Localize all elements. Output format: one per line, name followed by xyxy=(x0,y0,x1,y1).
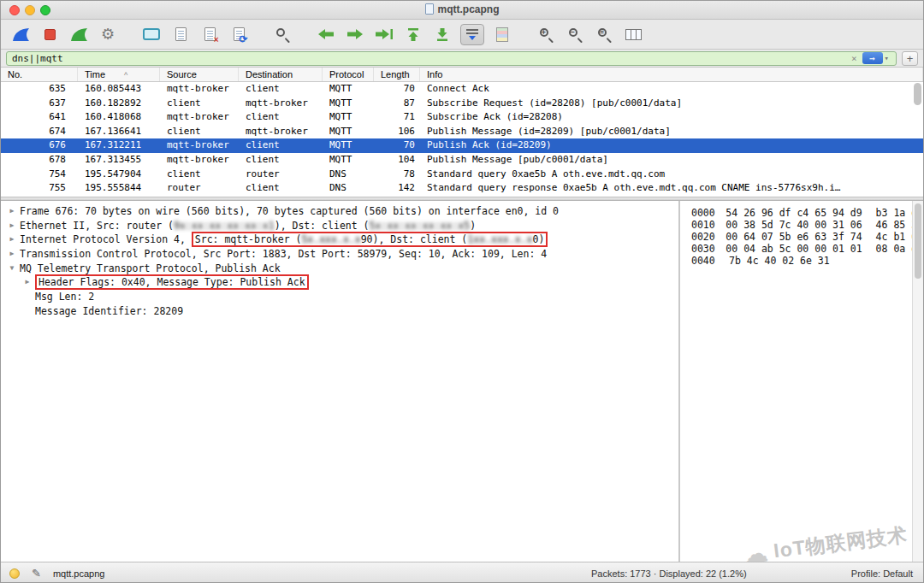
status-packet-counts: Packets: 1773 · Displayed: 22 (1.2%) xyxy=(591,568,747,579)
annotation-box: Header Flags: 0x40, Message Type: Publis… xyxy=(35,274,309,290)
start-capture-button[interactable] xyxy=(9,23,32,45)
hex-row[interactable]: 001000 38 5d 7c 40 00 31 0646 85 3e xyxy=(691,219,923,231)
zoom-in-icon: + xyxy=(539,27,554,42)
reload-file-button[interactable]: ⟳ xyxy=(228,23,250,45)
redacted-ip: 5x.xxx.x.x xyxy=(301,233,360,245)
go-forward-button[interactable] xyxy=(344,23,366,45)
packet-bytes-pane: 000054 26 96 df c4 65 94 d9b3 1a de 0010… xyxy=(680,201,923,562)
save-file-button[interactable] xyxy=(169,23,192,45)
open-file-icon xyxy=(143,28,160,40)
expand-icon[interactable]: ▶ xyxy=(7,247,17,262)
detail-mqtt-header-flags[interactable]: ▶Header Flags: 0x40, Message Type: Publi… xyxy=(1,275,678,290)
go-to-last-button[interactable] xyxy=(431,23,453,45)
column-header-info[interactable]: Info xyxy=(420,68,923,81)
hex-pane-scrollbar[interactable] xyxy=(912,201,923,562)
stop-capture-button[interactable] xyxy=(38,23,61,45)
packet-list-scrollbar[interactable] xyxy=(914,83,921,105)
packet-list: No. Time^ Source Destination Protocol Le… xyxy=(1,68,923,197)
go-to-first-button[interactable] xyxy=(402,23,424,45)
annotation-box: Src: mqtt-broker (5x.xxx.x.x90), Dst: cl… xyxy=(192,232,548,247)
collapse-icon[interactable]: ▼ xyxy=(7,262,17,276)
status-filename: mqtt.pcapng xyxy=(53,568,105,579)
top-arrow-icon xyxy=(407,27,419,42)
filter-dropdown-button[interactable]: ▾ xyxy=(885,54,891,62)
status-bar: ✎ mqtt.pcapng Packets: 1773 · Displayed:… xyxy=(1,562,923,583)
auto-scroll-icon xyxy=(466,29,478,40)
colorize-list-toggle[interactable] xyxy=(491,23,513,45)
hex-row[interactable]: 002000 64 07 5b e6 63 3f 744c b1 66 xyxy=(691,231,923,243)
goto-arrow-icon xyxy=(375,28,394,40)
packet-row[interactable]: 674167.136641clientmqtt-brokerMQTT106Pub… xyxy=(1,125,923,139)
packet-row-selected[interactable]: 676167.312211mqtt-brokerclientMQTT70Publ… xyxy=(1,138,923,153)
column-header-time[interactable]: Time^ xyxy=(78,68,160,81)
redacted-ip: 1xx.xxx.x.x xyxy=(467,233,532,245)
sort-indicator-icon: ^ xyxy=(124,71,127,80)
packet-row[interactable]: 754195.547904clientrouterDNS78Standard q… xyxy=(1,168,923,182)
filter-clear-button[interactable]: × xyxy=(848,53,861,64)
close-file-button[interactable]: × xyxy=(198,23,221,45)
filter-apply-button[interactable]: → xyxy=(862,52,883,64)
column-header-length[interactable]: Length xyxy=(374,68,420,81)
detail-ethernet[interactable]: ▶Ethernet II, Src: router (9x:xx:xx:xx:x… xyxy=(1,219,678,233)
back-arrow-icon xyxy=(317,28,335,40)
resize-columns-icon xyxy=(625,29,642,40)
packet-list-header: No. Time^ Source Destination Protocol Le… xyxy=(1,68,923,82)
search-icon xyxy=(275,27,290,42)
expert-info-icon[interactable] xyxy=(9,568,20,579)
packet-row[interactable]: 678167.313455mqtt-brokerclientMQTT104Pub… xyxy=(1,153,923,168)
restart-capture-button[interactable] xyxy=(68,23,90,45)
column-header-destination[interactable]: Destination xyxy=(239,68,323,81)
go-to-packet-button[interactable] xyxy=(373,23,395,45)
expand-icon[interactable]: ▶ xyxy=(22,275,33,290)
redacted-mac: 5x:xx:xx:xx:xx:x5 xyxy=(370,220,471,232)
open-file-button[interactable] xyxy=(140,23,163,45)
hex-row[interactable]: 000054 26 96 df c4 65 94 d9b3 1a de xyxy=(691,207,923,219)
column-header-no[interactable]: No. xyxy=(1,68,78,81)
detail-mqtt[interactable]: ▼MQ Telemetry Transport Protocol, Publis… xyxy=(1,262,678,276)
redacted-mac: 9x:xx:xx:xx:xx:x1 xyxy=(174,220,275,232)
capture-comment-icon[interactable]: ✎ xyxy=(32,568,41,579)
packet-row[interactable]: 635160.085443mqtt-brokerclientMQTT70Conn… xyxy=(1,82,923,97)
detail-frame[interactable]: ▶Frame 676: 70 bytes on wire (560 bits),… xyxy=(1,204,678,219)
packet-row[interactable]: 637160.182892clientmqtt-brokerMQTT87Subs… xyxy=(1,97,923,111)
zoom-out-button[interactable]: − xyxy=(564,23,586,45)
zoom-reset-button[interactable]: = xyxy=(593,23,615,45)
gear-icon: ⚙ xyxy=(101,26,115,42)
display-filter-input[interactable]: dns||mqtt × → ▾ xyxy=(6,51,897,66)
capture-options-button[interactable]: ⚙ xyxy=(97,23,119,45)
column-header-protocol[interactable]: Protocol xyxy=(323,68,374,81)
forward-arrow-icon xyxy=(346,28,364,40)
expand-icon[interactable]: ▶ xyxy=(7,219,17,233)
status-profile[interactable]: Profile: Default xyxy=(851,568,913,579)
window-title: mqtt.pcapng xyxy=(1,3,923,15)
packet-row[interactable]: 755195.555844routerclientDNS142Standard … xyxy=(1,181,923,196)
hex-row[interactable]: 00407b 4c 40 02 6e 31 xyxy=(691,255,923,267)
display-filter-value: dns||mqtt xyxy=(12,53,848,64)
restart-fin-icon xyxy=(69,26,89,43)
bottom-arrow-icon xyxy=(436,27,448,42)
scrollbar-thumb[interactable] xyxy=(915,203,921,279)
title-bar: mqtt.pcapng xyxy=(1,1,923,20)
go-back-button[interactable] xyxy=(315,23,337,45)
zoom-out-icon: − xyxy=(568,27,583,42)
filter-bar: dns||mqtt × → ▾ + xyxy=(1,50,923,68)
detail-mqtt-msg-id[interactable]: Message Identifier: 28209 xyxy=(1,304,678,319)
find-packet-button[interactable] xyxy=(271,23,293,45)
expand-icon[interactable]: ▶ xyxy=(7,233,17,247)
packet-row[interactable]: 641160.418068mqtt-brokerclientMQTT71Subs… xyxy=(1,110,923,125)
detail-ipv4[interactable]: ▶Internet Protocol Version 4, Src: mqtt-… xyxy=(1,233,678,247)
colorize-icon xyxy=(496,27,508,42)
expand-icon[interactable]: ▶ xyxy=(7,204,17,219)
zoom-reset-icon: = xyxy=(597,27,612,42)
zoom-in-button[interactable]: + xyxy=(535,23,557,45)
document-icon xyxy=(425,3,434,15)
detail-mqtt-msg-len[interactable]: Msg Len: 2 xyxy=(1,290,678,304)
add-filter-button[interactable]: + xyxy=(902,51,918,66)
save-file-icon xyxy=(175,27,187,41)
resize-columns-button[interactable] xyxy=(622,23,644,45)
wireshark-window: { "window": { "title": "mqtt.pcapng" }, … xyxy=(0,0,924,583)
column-header-source[interactable]: Source xyxy=(160,68,239,81)
detail-tcp[interactable]: ▶Transmission Control Protocol, Src Port… xyxy=(1,247,678,262)
auto-scroll-toggle[interactable] xyxy=(460,24,484,45)
hex-row[interactable]: 003000 04 ab 5c 00 00 01 0108 0a d4 xyxy=(691,243,923,255)
